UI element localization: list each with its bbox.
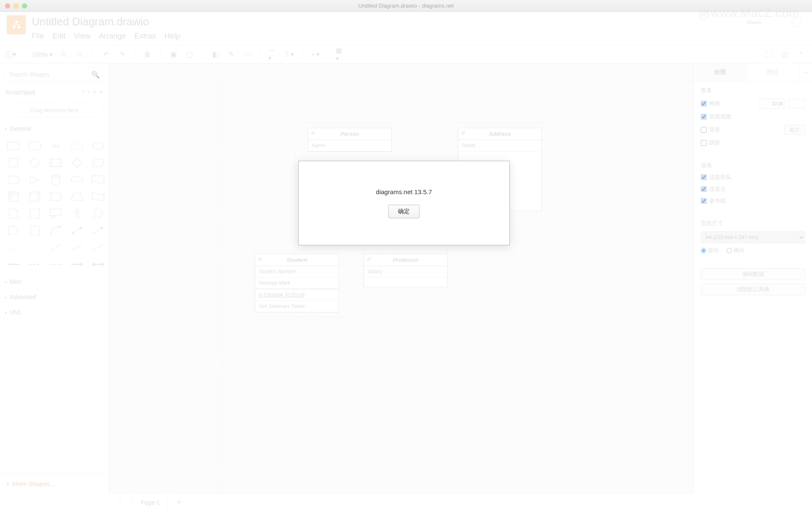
dialog-message: diagrams.net 13.5.7 bbox=[376, 188, 432, 195]
about-dialog: diagrams.net 13.5.7 确定 bbox=[298, 161, 510, 245]
modal-overlay bbox=[0, 0, 812, 511]
ok-button[interactable]: 确定 bbox=[388, 205, 420, 218]
